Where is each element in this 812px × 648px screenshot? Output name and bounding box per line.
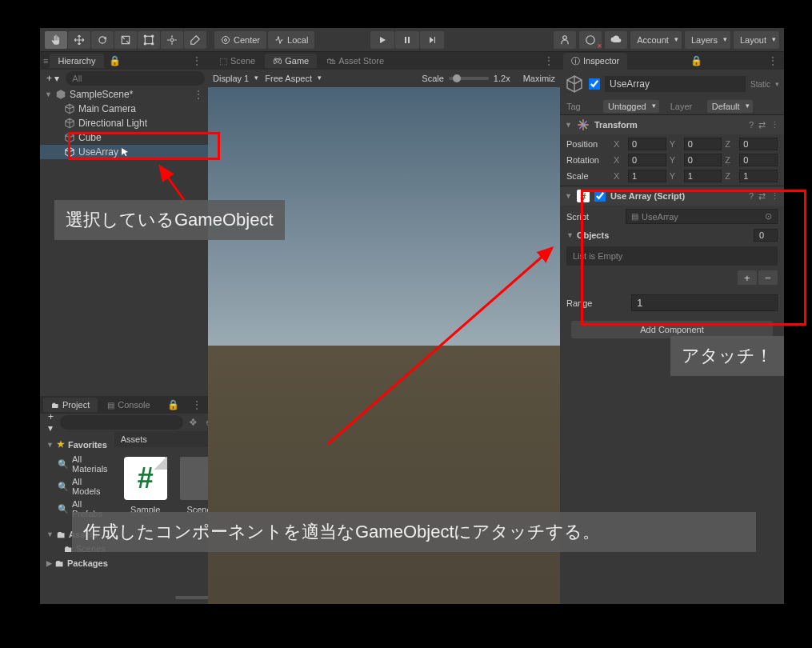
svg-point-13 [586,35,595,44]
preset-icon[interactable]: ⇄ [758,191,766,202]
assets-folder[interactable]: ▼ 🖿 Assets [43,526,111,542]
svg-point-8 [225,38,227,41]
scene-menu-icon[interactable]: ⋮ [194,89,203,100]
layer-dropdown[interactable]: Default [707,100,753,113]
project-create-button[interactable]: + ▾ [45,411,57,434]
favorite-item[interactable]: 🔍All Models [43,475,111,498]
services-button[interactable]: ✕ [579,31,602,49]
panel-menu-icon[interactable]: ⋮ [189,55,205,66]
help-icon[interactable]: ? [749,120,754,130]
favorite-item[interactable]: 🔍All Materials [43,453,111,475]
pivot-mode-button[interactable]: Center [214,31,266,49]
maximize-label[interactable]: Maximiz [523,74,555,83]
rotation-x-input[interactable] [628,154,666,166]
asset-sample-script[interactable]: # Sample [124,457,167,526]
collab-button[interactable] [554,31,576,49]
panel-lock-icon[interactable]: 🔒 [164,399,182,410]
script-field-label: Script [566,212,622,222]
project-tab[interactable]: 🖿Project [43,398,98,412]
panel-lock-icon[interactable]: 🔒 [106,55,124,66]
gameobject-name-input[interactable] [605,76,746,92]
main-toolbar: Center Local ✕ Account Layers Layout [40,28,784,52]
scale-tool[interactable] [114,31,137,49]
hierarchy-item-light[interactable]: Directional Light [40,116,208,130]
scene-tab[interactable]: ⬚Scene [211,54,263,69]
panel-menu-icon[interactable]: ⋮ [541,55,557,66]
scale-slider[interactable] [449,77,489,80]
game-view[interactable] [208,87,560,604]
rotation-z-input[interactable] [739,154,778,166]
game-tab[interactable]: 🎮︎Game [265,54,317,68]
preset-icon[interactable]: ⇄ [758,120,766,130]
tag-dropdown[interactable]: Untagged [603,100,659,113]
scale-z-input[interactable] [739,170,778,182]
move-tool[interactable] [68,31,90,49]
position-y-input[interactable] [684,138,722,150]
remove-element-button[interactable]: − [758,270,778,285]
layout-dropdown[interactable]: Layout [734,31,779,49]
rotation-y-input[interactable] [684,154,722,166]
scale-y-input[interactable] [684,170,722,182]
tag-label: Tag [566,102,598,111]
favorite-item[interactable]: 🔍All Prefabs [43,498,111,520]
pause-button[interactable] [395,31,419,49]
transform-tool[interactable] [161,31,183,49]
favorites-section[interactable]: ▼ ★ Favorites [43,436,111,453]
scenes-folder[interactable]: 🖿Scenes [43,542,111,555]
hand-tool[interactable] [45,31,67,49]
inspector-icon: ⓘ [571,55,580,67]
folder-icon: 🖿 [64,544,73,554]
inspector-tab[interactable]: ⓘInspector [563,53,627,70]
search-icon: 🔍 [58,482,69,492]
component-menu-icon[interactable]: ⋮ [770,191,779,202]
add-component-button[interactable]: Add Component [571,321,773,338]
project-search-input[interactable] [60,415,183,430]
hierarchy-item-cube[interactable]: Cube [40,130,208,145]
expand-arrow-icon[interactable]: ▼ [565,192,572,200]
layers-dropdown[interactable]: Layers [685,31,730,49]
hierarchy-item-camera[interactable]: Main Camera [40,102,208,116]
display-dropdown[interactable]: Display 1 [213,74,258,83]
position-x-input[interactable] [628,138,666,150]
scene-item[interactable]: ▼ SampleScene* ⋮ [40,87,208,102]
aspect-dropdown[interactable]: Free Aspect [265,74,322,83]
expand-arrow-icon[interactable]: ▼ [566,231,574,239]
array-size-field[interactable]: 0 [754,229,778,242]
range-label: Range [566,298,628,308]
rect-tool[interactable] [138,31,160,49]
hierarchy-search[interactable] [66,71,205,86]
script-reference-field[interactable]: ▤UseArray⊙ [626,209,778,224]
unity-editor-window: Center Local ✕ Account Layers Layout ≡ H… [40,28,784,604]
play-button[interactable] [370,31,394,49]
panel-menu-icon[interactable]: ⋮ [765,55,781,66]
step-button[interactable] [420,31,444,49]
asset-store-tab[interactable]: 🛍Asset Store [318,54,392,68]
pivot-rotation-button[interactable]: Local [268,31,314,49]
rotate-tool[interactable] [91,31,114,49]
hierarchy-tab[interactable]: Hierarchy [50,54,103,68]
object-picker-icon[interactable]: ⊙ [765,211,772,222]
static-label[interactable]: Static [750,80,770,89]
expand-arrow-icon[interactable]: ▼ [565,121,572,129]
account-dropdown[interactable]: Account [630,31,682,49]
component-enabled-checkbox[interactable] [594,190,606,202]
position-z-input[interactable] [739,138,778,150]
cloud-button[interactable] [605,31,627,49]
panel-menu-icon[interactable]: ⋮ [189,399,205,410]
add-element-button[interactable]: + [738,270,757,285]
packages-folder[interactable]: ▶ 🖿 Packages [43,555,111,571]
custom-tool[interactable] [184,31,206,49]
panel-lock-icon[interactable]: 🔒 [687,55,706,66]
search-by-type-icon[interactable]: ❖ [186,417,200,428]
scale-x-input[interactable] [628,170,666,182]
expand-arrow-icon[interactable]: ▼ [45,90,52,98]
create-button[interactable]: + ▾ [43,73,62,84]
component-title: Use Array (Script) [610,191,744,201]
range-input[interactable] [631,294,778,311]
gameobject-active-checkbox[interactable] [589,78,600,90]
help-icon[interactable]: ? [749,191,754,202]
hierarchy-item-usearray[interactable]: UseArray [40,145,208,159]
console-tab[interactable]: ▤Console [99,398,158,412]
component-menu-icon[interactable]: ⋮ [770,120,779,130]
list-empty-message: List is Empty [566,246,778,266]
